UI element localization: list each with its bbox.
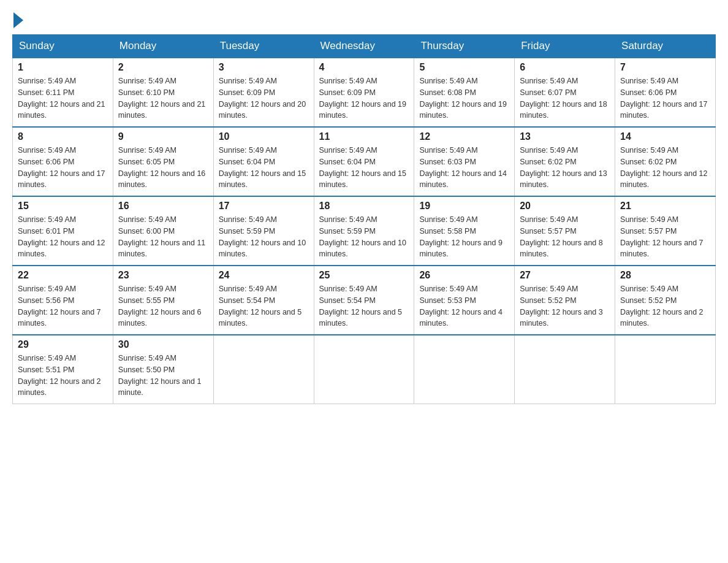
day-number: 7 <box>620 62 710 73</box>
calendar-cell: 26Sunrise: 5:49 AMSunset: 5:53 PMDayligh… <box>414 266 515 335</box>
day-number: 1 <box>18 62 108 73</box>
calendar-cell: 12Sunrise: 5:49 AMSunset: 6:03 PMDayligh… <box>414 127 515 196</box>
calendar-cell: 23Sunrise: 5:49 AMSunset: 5:55 PMDayligh… <box>113 266 213 335</box>
weekday-header-row: SundayMondayTuesdayWednesdayThursdayFrid… <box>13 35 716 58</box>
calendar-cell: 22Sunrise: 5:49 AMSunset: 5:56 PMDayligh… <box>13 266 113 335</box>
day-number: 28 <box>620 270 710 281</box>
calendar-cell: 3Sunrise: 5:49 AMSunset: 6:09 PMDaylight… <box>213 58 314 127</box>
day-info: Sunrise: 5:49 AMSunset: 6:04 PMDaylight:… <box>219 146 306 189</box>
day-info: Sunrise: 5:49 AMSunset: 6:06 PMDaylight:… <box>18 146 105 189</box>
day-number: 14 <box>620 131 710 142</box>
day-number: 18 <box>319 201 409 212</box>
day-info: Sunrise: 5:49 AMSunset: 5:51 PMDaylight:… <box>18 354 101 397</box>
week-row-2: 8Sunrise: 5:49 AMSunset: 6:06 PMDaylight… <box>13 127 716 196</box>
day-number: 16 <box>118 201 208 212</box>
calendar-table: SundayMondayTuesdayWednesdayThursdayFrid… <box>12 34 716 404</box>
day-info: Sunrise: 5:49 AMSunset: 6:06 PMDaylight:… <box>620 77 707 120</box>
day-number: 6 <box>520 62 610 73</box>
calendar-cell: 21Sunrise: 5:49 AMSunset: 5:57 PMDayligh… <box>615 196 716 266</box>
weekday-header-sunday: Sunday <box>13 35 113 58</box>
weekday-header-tuesday: Tuesday <box>213 35 314 58</box>
calendar-cell: 17Sunrise: 5:49 AMSunset: 5:59 PMDayligh… <box>213 196 314 266</box>
day-info: Sunrise: 5:49 AMSunset: 6:08 PMDaylight:… <box>419 77 506 120</box>
day-number: 15 <box>18 201 108 212</box>
calendar-cell <box>615 335 716 404</box>
day-number: 12 <box>419 131 509 142</box>
day-number: 24 <box>219 270 309 281</box>
day-number: 22 <box>18 270 108 281</box>
calendar-cell: 1Sunrise: 5:49 AMSunset: 6:11 PMDaylight… <box>13 58 113 127</box>
calendar-cell: 11Sunrise: 5:49 AMSunset: 6:04 PMDayligh… <box>314 127 414 196</box>
day-number: 23 <box>118 270 208 281</box>
day-info: Sunrise: 5:49 AMSunset: 5:59 PMDaylight:… <box>319 215 406 258</box>
weekday-header-wednesday: Wednesday <box>314 35 414 58</box>
day-info: Sunrise: 5:49 AMSunset: 6:11 PMDaylight:… <box>18 77 105 120</box>
day-info: Sunrise: 5:49 AMSunset: 5:53 PMDaylight:… <box>419 285 502 327</box>
calendar-cell <box>314 335 414 404</box>
day-info: Sunrise: 5:49 AMSunset: 6:07 PMDaylight:… <box>520 77 607 120</box>
calendar-cell: 20Sunrise: 5:49 AMSunset: 5:57 PMDayligh… <box>515 196 615 266</box>
day-info: Sunrise: 5:49 AMSunset: 6:03 PMDaylight:… <box>419 146 506 189</box>
day-info: Sunrise: 5:49 AMSunset: 5:59 PMDaylight:… <box>219 215 306 258</box>
day-number: 9 <box>118 131 208 142</box>
week-row-4: 22Sunrise: 5:49 AMSunset: 5:56 PMDayligh… <box>13 266 716 335</box>
day-info: Sunrise: 5:49 AMSunset: 6:09 PMDaylight:… <box>219 77 306 120</box>
day-number: 19 <box>419 201 509 212</box>
calendar-cell: 13Sunrise: 5:49 AMSunset: 6:02 PMDayligh… <box>515 127 615 196</box>
day-number: 10 <box>219 131 309 142</box>
calendar-cell <box>213 335 314 404</box>
week-row-1: 1Sunrise: 5:49 AMSunset: 6:11 PMDaylight… <box>13 58 716 127</box>
logo <box>12 12 23 28</box>
calendar-cell: 29Sunrise: 5:49 AMSunset: 5:51 PMDayligh… <box>13 335 113 404</box>
day-number: 27 <box>520 270 610 281</box>
day-info: Sunrise: 5:49 AMSunset: 5:57 PMDaylight:… <box>620 215 703 258</box>
calendar-cell: 9Sunrise: 5:49 AMSunset: 6:05 PMDaylight… <box>113 127 213 196</box>
logo-arrow-icon <box>13 12 23 28</box>
calendar-cell: 24Sunrise: 5:49 AMSunset: 5:54 PMDayligh… <box>213 266 314 335</box>
day-info: Sunrise: 5:49 AMSunset: 5:56 PMDaylight:… <box>18 285 101 327</box>
calendar-cell: 18Sunrise: 5:49 AMSunset: 5:59 PMDayligh… <box>314 196 414 266</box>
day-number: 11 <box>319 131 409 142</box>
day-number: 21 <box>620 201 710 212</box>
calendar-cell <box>414 335 515 404</box>
calendar-cell: 19Sunrise: 5:49 AMSunset: 5:58 PMDayligh… <box>414 196 515 266</box>
day-number: 13 <box>520 131 610 142</box>
day-info: Sunrise: 5:49 AMSunset: 5:54 PMDaylight:… <box>319 285 403 327</box>
day-number: 25 <box>319 270 409 281</box>
weekday-header-monday: Monday <box>113 35 213 58</box>
day-number: 8 <box>18 131 108 142</box>
calendar-cell: 16Sunrise: 5:49 AMSunset: 6:00 PMDayligh… <box>113 196 213 266</box>
calendar-cell: 4Sunrise: 5:49 AMSunset: 6:09 PMDaylight… <box>314 58 414 127</box>
day-info: Sunrise: 5:49 AMSunset: 5:55 PMDaylight:… <box>118 285 202 327</box>
day-info: Sunrise: 5:49 AMSunset: 6:04 PMDaylight:… <box>319 146 406 189</box>
calendar-cell: 15Sunrise: 5:49 AMSunset: 6:01 PMDayligh… <box>13 196 113 266</box>
day-number: 30 <box>118 339 208 350</box>
day-info: Sunrise: 5:49 AMSunset: 6:10 PMDaylight:… <box>118 77 205 120</box>
day-info: Sunrise: 5:49 AMSunset: 5:52 PMDaylight:… <box>520 285 603 327</box>
week-row-5: 29Sunrise: 5:49 AMSunset: 5:51 PMDayligh… <box>13 335 716 404</box>
day-info: Sunrise: 5:49 AMSunset: 6:02 PMDaylight:… <box>520 146 607 189</box>
week-row-3: 15Sunrise: 5:49 AMSunset: 6:01 PMDayligh… <box>13 196 716 266</box>
calendar-cell: 14Sunrise: 5:49 AMSunset: 6:02 PMDayligh… <box>615 127 716 196</box>
day-info: Sunrise: 5:49 AMSunset: 6:05 PMDaylight:… <box>118 146 205 189</box>
day-number: 3 <box>219 62 309 73</box>
calendar-cell: 27Sunrise: 5:49 AMSunset: 5:52 PMDayligh… <box>515 266 615 335</box>
day-info: Sunrise: 5:49 AMSunset: 5:57 PMDaylight:… <box>520 215 603 258</box>
calendar-cell: 28Sunrise: 5:49 AMSunset: 5:52 PMDayligh… <box>615 266 716 335</box>
day-info: Sunrise: 5:49 AMSunset: 5:50 PMDaylight:… <box>118 354 202 397</box>
page-header <box>12 12 716 28</box>
day-number: 20 <box>520 201 610 212</box>
calendar-cell: 7Sunrise: 5:49 AMSunset: 6:06 PMDaylight… <box>615 58 716 127</box>
calendar-cell: 8Sunrise: 5:49 AMSunset: 6:06 PMDaylight… <box>13 127 113 196</box>
day-number: 4 <box>319 62 409 73</box>
day-info: Sunrise: 5:49 AMSunset: 6:02 PMDaylight:… <box>620 146 707 189</box>
calendar-cell: 6Sunrise: 5:49 AMSunset: 6:07 PMDaylight… <box>515 58 615 127</box>
calendar-cell: 5Sunrise: 5:49 AMSunset: 6:08 PMDaylight… <box>414 58 515 127</box>
day-info: Sunrise: 5:49 AMSunset: 6:00 PMDaylight:… <box>118 215 205 258</box>
weekday-header-friday: Friday <box>515 35 615 58</box>
day-number: 5 <box>419 62 509 73</box>
day-info: Sunrise: 5:49 AMSunset: 6:01 PMDaylight:… <box>18 215 105 258</box>
day-info: Sunrise: 5:49 AMSunset: 6:09 PMDaylight:… <box>319 77 406 120</box>
day-info: Sunrise: 5:49 AMSunset: 5:58 PMDaylight:… <box>419 215 502 258</box>
weekday-header-saturday: Saturday <box>615 35 716 58</box>
